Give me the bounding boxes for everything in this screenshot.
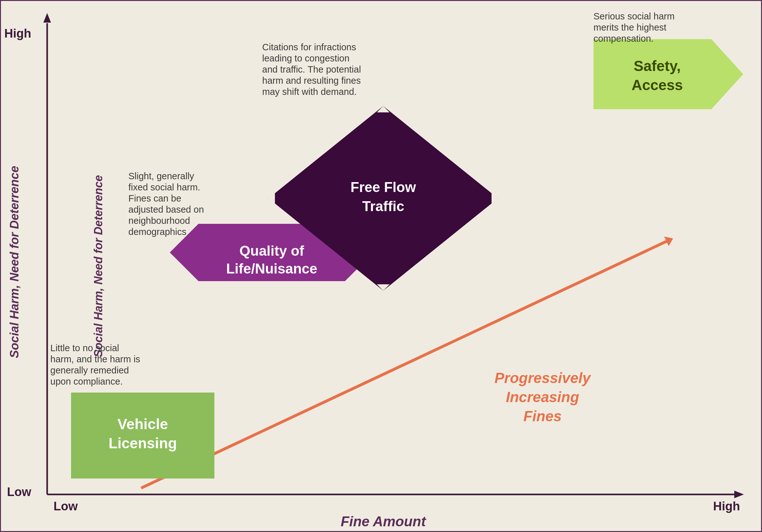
annotation-safety-3: compensation. <box>593 33 654 44</box>
vehicle-licensing-shape <box>71 393 214 479</box>
annotation-quality-1: Slight, generally <box>128 171 194 181</box>
y-title-text: Social Harm, Need for Deterrence <box>8 166 21 358</box>
annotation-freeflow-3: and traffic. The potential <box>262 64 361 75</box>
x-high-label: High <box>713 499 740 513</box>
svg-marker-5 <box>664 236 673 246</box>
vehicle-licensing-label-2: Licensing <box>109 435 177 451</box>
quality-life-label: Quality of <box>240 243 304 258</box>
annotation-freeflow-4: harm and resulting fines <box>262 75 361 86</box>
annotation-safety-2: merits the highest <box>593 22 666 33</box>
svg-marker-9 <box>268 192 275 205</box>
fines-label-3: Fines <box>523 408 562 425</box>
annotation-quality-6: demographics <box>128 227 187 237</box>
quality-life-shape <box>170 224 374 281</box>
axes-svg: Social Harm, Need for Deterrence Fine Am… <box>1 1 761 531</box>
svg-marker-3 <box>734 491 744 498</box>
vehicle-licensing-label: Vehicle <box>117 416 168 432</box>
annotation-quality-4: adjusted based on <box>128 204 204 215</box>
annotation-freeflow-2: leading to congestion <box>262 53 349 63</box>
fines-label-2: Increasing <box>506 389 579 405</box>
y-low-label: Low <box>7 485 31 499</box>
svg-line-4 <box>141 240 670 488</box>
safety-access-label-2: Access <box>631 77 683 93</box>
y-high-label: High <box>4 27 31 40</box>
annotation-quality-2: fixed social harm. <box>128 182 200 192</box>
annotation-freeflow-5: may shift with demand. <box>262 87 357 97</box>
annotation-vehicle-3: generally remedied <box>50 365 129 375</box>
annotation-safety-1: Serious social harm <box>593 11 675 21</box>
free-flow-label: Free Flow <box>350 179 416 195</box>
annotation-quality-3: Fines can be <box>128 193 181 203</box>
annotation-vehicle-1: Little to no social <box>50 343 119 353</box>
chart-container: Social Harm, Need for Deterrence Social … <box>0 0 762 532</box>
free-flow-shape <box>268 106 498 291</box>
x-title-text: Fine Amount <box>341 513 426 529</box>
svg-marker-1 <box>43 13 51 23</box>
fines-label: Progressively <box>495 369 591 386</box>
annotation-vehicle-4: upon compliance. <box>50 376 123 386</box>
svg-marker-6 <box>377 106 390 112</box>
annotation-quality-5: neighbourhood <box>128 216 190 226</box>
x-low-label: Low <box>53 499 78 513</box>
annotation-freeflow-1: Citations for infractions <box>262 42 356 52</box>
safety-access-shape <box>593 39 743 109</box>
free-flow-label-2: Traffic <box>362 198 404 214</box>
safety-access-label: Safety, <box>634 58 680 74</box>
svg-marker-8 <box>377 284 390 291</box>
y-axis-title: Social Harm, Need for Deterrence <box>92 175 105 357</box>
quality-life-label-2: Life/Nuisance <box>226 261 317 276</box>
svg-marker-7 <box>492 192 498 205</box>
